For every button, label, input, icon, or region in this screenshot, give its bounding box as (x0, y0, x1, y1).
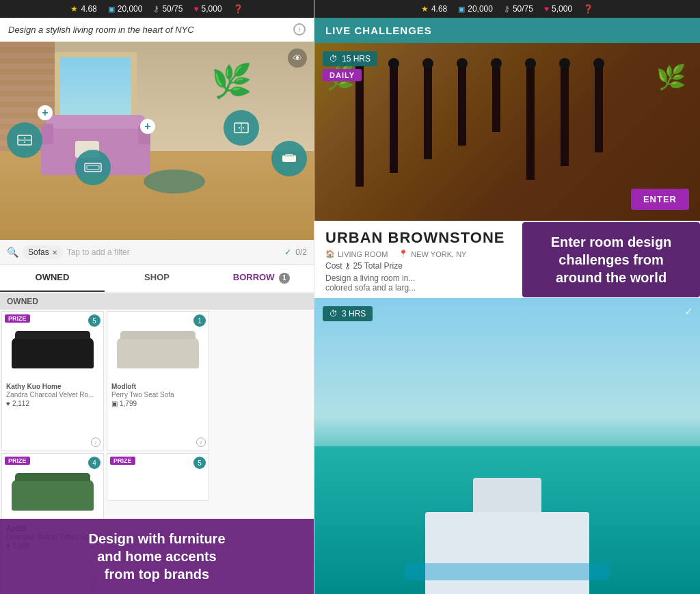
furniture-card-4[interactable]: PRIZE 5 (107, 453, 209, 501)
brand-2: Modloft (111, 383, 204, 390)
armchair-button[interactable] (271, 141, 307, 176)
price-1: ♥ 2,112 (6, 400, 99, 407)
sofa-visual-1 (12, 338, 94, 368)
timer-value-1: 15 HRS (342, 54, 371, 64)
r-help-icon[interactable]: ❓ (583, 4, 593, 14)
cost-label: Cost (325, 261, 342, 271)
railing-5 (492, 64, 500, 132)
svg-rect-12 (85, 163, 101, 172)
rating-value: 4.68 (81, 4, 96, 14)
r-coins-item: ▣ 20,000 (458, 4, 493, 14)
railing-1 (355, 64, 364, 187)
help-icon[interactable]: ❓ (233, 4, 243, 14)
info-icon-1[interactable]: i (91, 437, 100, 447)
r-key-icon: ⚷ (504, 4, 510, 14)
r-star-icon: ★ (421, 4, 429, 14)
total-prize-label: Total Prize (364, 261, 403, 271)
tooltip-text: Enter room designchallenges fromaround t… (551, 234, 672, 285)
coins-item: ▣ 20,000 (108, 4, 143, 14)
sofa-visual-3 (12, 480, 94, 511)
railing-3 (424, 64, 432, 159)
coins-value: 20,000 (118, 4, 143, 14)
eye-icon[interactable]: 👁 (288, 49, 307, 68)
daily-badge: DAILY (323, 69, 362, 81)
svg-rect-7 (285, 154, 293, 158)
location: NEW YORK, NY (411, 250, 466, 258)
challenge-info-container: URBAN BROWNSTONE 🏠 LIVING ROOM 📍 NEW YOR… (314, 221, 700, 298)
villa-pool (405, 563, 610, 580)
promo-overlay: Design with furnitureand home accentsfro… (0, 519, 314, 594)
challenge-card-1[interactable]: 🌿 🌿 ⏱ 15 HRS DAILY ENTER URBAN BROWNSTON… (314, 43, 700, 298)
tooltip-overlay: Enter room designchallenges fromaround t… (522, 222, 700, 297)
furniture-card-1[interactable]: PRIZE 5 Kathy Kuo Home Zandra Charcoal V… (1, 311, 104, 450)
clock-icon-2: ⏱ (329, 309, 338, 319)
furniture-img-2 (111, 325, 204, 380)
left-status-bar: ★ 4.68 ▣ 20,000 ⚷ 50/75 ♥ 5,000 ❓ (0, 0, 314, 18)
hearts-item: ♥ 5,000 (193, 4, 221, 14)
svg-rect-5 (282, 155, 285, 162)
owned-section-header: OWNED (0, 293, 314, 310)
clock-icon: ⏱ (329, 54, 338, 64)
challenge-timer-2: ⏱ 3 HRS (323, 306, 373, 321)
prize-badge-1: PRIZE (5, 314, 30, 323)
room-type-item: 🏠 LIVING ROOM (325, 249, 388, 258)
rating-item: ★ 4.68 (70, 4, 96, 14)
challenge-card-2[interactable]: ✓ ⏱ 3 HRS (314, 298, 700, 594)
timer-value-2: 3 HRS (342, 309, 366, 319)
info-icon[interactable]: i (293, 23, 306, 36)
tab-owned[interactable]: OWNED (0, 265, 105, 292)
star-icon: ★ (70, 4, 78, 14)
check-icon: ✓ (684, 305, 693, 318)
prize-badge-4: PRIZE (110, 457, 135, 465)
add-table-button[interactable]: + (140, 119, 155, 134)
heart-icon-price: ♥ (6, 400, 10, 407)
tag-close-icon[interactable]: ✕ (52, 249, 57, 256)
svg-point-3 (243, 127, 244, 129)
keys-item: ⚷ 50/75 (153, 4, 183, 14)
rug-button[interactable] (75, 150, 111, 185)
name-1: Zandra Charcoal Velvet Ro... (6, 391, 99, 399)
num-badge-1: 5 (88, 314, 100, 327)
svg-point-2 (239, 127, 240, 129)
room-preview: 🌿 + + (0, 42, 314, 240)
challenges-title: LIVE CHALLENGES (325, 25, 432, 36)
hearts-value: 5,000 (202, 4, 222, 14)
key-icon: ⚷ (153, 4, 159, 14)
tab-shop[interactable]: SHOP (105, 265, 209, 292)
location-item: 📍 NEW YORK, NY (399, 249, 466, 258)
furniture-img-3 (6, 468, 99, 522)
dresser-button[interactable] (7, 122, 42, 158)
r-keys-value: 50/75 (513, 4, 533, 14)
challenge-img-1: 🌿 🌿 ⏱ 15 HRS DAILY ENTER (314, 43, 700, 221)
info-icon-2[interactable]: i (196, 437, 206, 447)
filter-placeholder[interactable]: Tap to add a filter (67, 247, 281, 257)
room-title: Design a stylish living room in the hear… (8, 25, 194, 35)
chip-icon: ▣ (108, 5, 115, 14)
furniture-card-2[interactable]: 1 Modloft Perry Two Seat Sofa ▣ 1,799 i (107, 311, 209, 450)
challenges-header: LIVE CHALLENGES (314, 18, 700, 43)
tab-borrow[interactable]: BORROW 1 (209, 265, 314, 292)
add-sofa-button[interactable]: + (38, 105, 53, 120)
railing-6 (526, 64, 535, 180)
right-panel: ★ 4.68 ▣ 20,000 ⚷ 50/75 ♥ 5,000 ❓ LIVE C… (314, 0, 700, 594)
cabinet-button[interactable] (224, 110, 259, 146)
coffee-table-object[interactable] (144, 170, 205, 193)
r-chip-icon: ▣ (458, 5, 465, 14)
svg-rect-13 (87, 165, 99, 170)
search-icon: 🔍 (7, 247, 18, 258)
r-hearts-item: ♥ 5,000 (544, 4, 572, 14)
r-help-item[interactable]: ❓ (583, 4, 593, 14)
challenge-timer-1: ⏱ 15 HRS (323, 51, 377, 66)
room-header: Design a stylish living room in the hear… (0, 18, 314, 42)
r-rating-item: ★ 4.68 (421, 4, 447, 14)
help-item[interactable]: ❓ (233, 4, 243, 14)
plant-decoration: 🌿 (211, 62, 252, 100)
sofas-tag[interactable]: Sofas ✕ (23, 245, 63, 259)
railing-8 (595, 64, 603, 152)
prize-badge-3: PRIZE (5, 457, 30, 465)
promo-text: Design with furnitureand home accentsfro… (89, 531, 226, 582)
tab-bar: OWNED SHOP BORROW 1 (0, 265, 314, 293)
enter-button-1[interactable]: ENTER (631, 189, 689, 210)
price-2: ▣ 1,799 (111, 400, 204, 407)
railing-7 (561, 64, 569, 166)
